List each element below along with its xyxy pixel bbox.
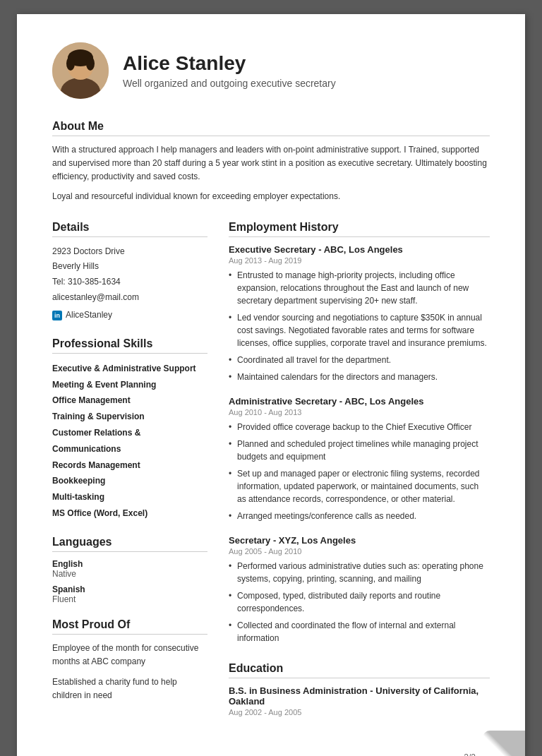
right-column: Employment History Executive Secretary -… [229, 221, 490, 731]
details-section: Details 2923 Doctors Drive Beverly Hills… [52, 221, 207, 323]
phone: Tel: 310-385-1634 [52, 275, 207, 290]
language-english-name: English [52, 559, 207, 569]
skill-item-6: Records Management [52, 457, 207, 474]
address-line1: 2923 Doctors Drive [52, 244, 207, 260]
skill-item-2: Meeting & Event Planning [52, 377, 207, 393]
linkedin-row: in AliceStanley [52, 308, 207, 323]
details-title: Details [52, 221, 207, 237]
language-spanish-level: Fluent [52, 594, 207, 604]
job-2-bullets: Provided office coverage backup to the C… [229, 421, 490, 522]
about-section: About Me With a structured approach I he… [52, 120, 490, 203]
job-1-bullet-1: Entrusted to manage high-priority projec… [229, 269, 490, 307]
header: Alice Stanley Well organized and outgoin… [52, 42, 490, 99]
job-1-bullet-2: Led vendor sourcing and negotiations to … [229, 311, 490, 349]
job-1: Executive Secretary - ABC, Los Angeles A… [229, 244, 490, 383]
page-number: 2/2 [464, 752, 476, 756]
employment-section: Employment History Executive Secretary -… [229, 221, 490, 644]
page-wrapper: Alice Stanley Well organized and outgoin… [17, 14, 525, 756]
linkedin-icon: in [52, 311, 62, 320]
proud-title: Most Proud Of [52, 618, 207, 635]
job-1-bullets: Entrusted to manage high-priority projec… [229, 269, 490, 383]
avatar [52, 42, 109, 99]
job-2-dates: Aug 2010 - Aug 2013 [229, 408, 490, 416]
skill-item-9: MS Office (Word, Excel) [52, 505, 207, 522]
job-1-bullet-3: Coordinated all travel for the departmen… [229, 354, 490, 366]
address-line2: Beverly Hills [52, 259, 207, 275]
job-3-bullet-2: Composed, typed, distributed daily repor… [229, 589, 490, 615]
skill-item-7: Bookkeeping [52, 473, 207, 489]
resume-page: Alice Stanley Well organized and outgoin… [17, 14, 525, 756]
two-column-layout: Details 2923 Doctors Drive Beverly Hills… [52, 221, 490, 731]
proud-item-2: Established a charity fund to help child… [52, 676, 207, 702]
job-3-bullets: Performed various administrative duties … [229, 560, 490, 644]
skill-item-3: Office Management [52, 392, 207, 409]
job-1-title: Executive Secretary - ABC, Los Angeles [229, 244, 490, 255]
about-title: About Me [52, 120, 490, 136]
skill-item-1: Executive & Administrative Support [52, 361, 207, 377]
languages-title: Languages [52, 536, 207, 552]
job-3-bullet-1: Performed various administrative duties … [229, 560, 490, 585]
job-1-bullet-4: Maintained calendars for the directors a… [229, 371, 490, 383]
job-2-title: Administrative Secretary - ABC, Los Ange… [229, 396, 490, 407]
header-text: Alice Stanley Well organized and outgoin… [123, 52, 336, 89]
about-paragraph-2: Loyal and resourceful individual known f… [52, 190, 490, 203]
skill-item-5: Customer Relations & Communications [52, 425, 207, 457]
about-paragraph-1: With a structured approach I help manage… [52, 143, 490, 184]
job-2-bullet-4: Arranged meetings/conference calls as ne… [229, 510, 490, 522]
candidate-subtitle: Well organized and outgoing executive se… [123, 78, 336, 89]
skill-item-4: Training & Supervision [52, 409, 207, 425]
job-2: Administrative Secretary - ABC, Los Ange… [229, 396, 490, 522]
language-english-level: Native [52, 569, 207, 579]
skills-title: Professional Skills [52, 337, 207, 354]
skill-item-8: Multi-tasking [52, 489, 207, 505]
education-title: Education [229, 662, 490, 678]
linkedin-handle: AliceStanley [66, 308, 112, 323]
svg-point-5 [86, 56, 95, 71]
edu-degree-1: B.S. in Business Administration - Univer… [229, 685, 490, 707]
proud-item-1: Employee of the month for consecutive mo… [52, 642, 207, 668]
email: alicestanley@mail.com [52, 290, 207, 306]
education-section: Education B.S. in Business Administratio… [229, 662, 490, 716]
job-2-bullet-3: Set up and managed paper or electronic f… [229, 467, 490, 505]
employment-title: Employment History [229, 221, 490, 237]
job-3: Secretary - XYZ, Los Angeles Aug 2005 - … [229, 535, 490, 644]
job-3-title: Secretary - XYZ, Los Angeles [229, 535, 490, 546]
job-2-bullet-1: Provided office coverage backup to the C… [229, 421, 490, 433]
candidate-name: Alice Stanley [123, 52, 336, 75]
left-column: Details 2923 Doctors Drive Beverly Hills… [52, 221, 207, 731]
language-spanish-name: Spanish [52, 584, 207, 594]
job-3-bullet-3: Collected and coordinated the flow of in… [229, 619, 490, 644]
job-3-dates: Aug 2005 - Aug 2010 [229, 547, 490, 556]
skills-section: Professional Skills Executive & Administ… [52, 337, 207, 522]
job-2-bullet-2: Planned and scheduled project timelines … [229, 438, 490, 463]
edu-dates-1: Aug 2002 - Aug 2005 [229, 708, 490, 716]
languages-section: Languages English Native Spanish Fluent [52, 536, 207, 604]
svg-point-4 [66, 56, 75, 71]
proud-section: Most Proud Of Employee of the month for … [52, 618, 207, 703]
job-1-dates: Aug 2013 - Aug 2019 [229, 256, 490, 265]
